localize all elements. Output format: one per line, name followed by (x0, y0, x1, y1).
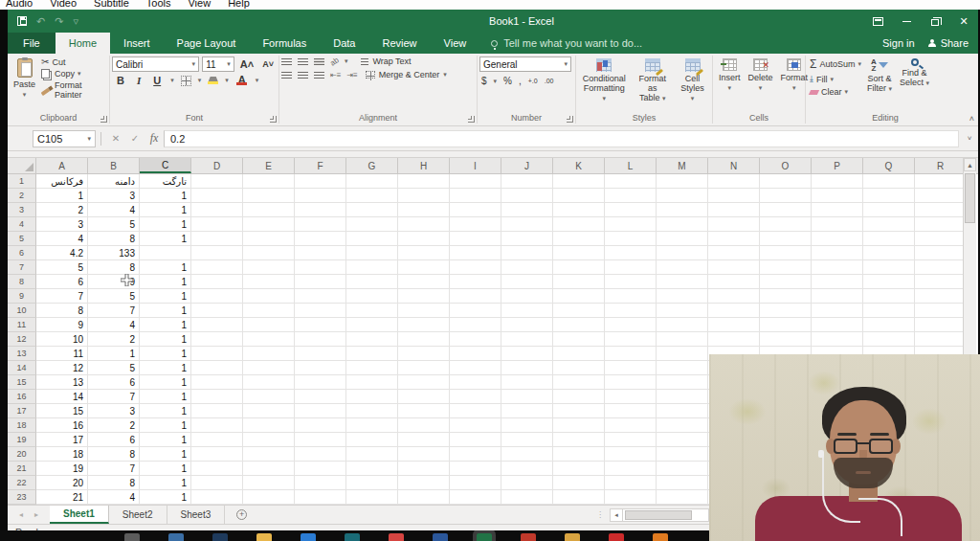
cell-H15[interactable] (398, 375, 450, 390)
row-header-16[interactable]: 16 (8, 390, 36, 404)
cell-N4[interactable] (708, 217, 760, 232)
column-header-O[interactable]: O (760, 158, 812, 173)
cell-D18[interactable] (191, 418, 243, 433)
cell-A1[interactable]: فرکانس (36, 174, 88, 189)
row-header-17[interactable]: 17 (8, 404, 36, 418)
cell-O6[interactable] (760, 246, 812, 260)
find-select-button[interactable]: Find &Select ▾ (896, 56, 933, 111)
cell-E6[interactable] (243, 246, 295, 260)
cell-I3[interactable] (450, 203, 501, 217)
cell-B6[interactable]: 133 (88, 246, 140, 260)
cell-R4[interactable] (915, 217, 967, 232)
cell-D10[interactable] (191, 304, 243, 318)
cell-G8[interactable] (346, 275, 398, 289)
delete-cells-button[interactable]: ✕ Delete ▾ (745, 56, 777, 111)
cell-H19[interactable] (398, 433, 450, 447)
cell-E19[interactable] (243, 433, 295, 447)
borders-icon[interactable] (181, 76, 191, 86)
cell-F23[interactable] (295, 490, 346, 505)
column-header-F[interactable]: F (295, 158, 346, 173)
align-left-icon[interactable] (281, 72, 292, 79)
cell-G22[interactable] (346, 476, 398, 490)
cell-B10[interactable]: 7 (88, 304, 140, 318)
cell-J8[interactable] (501, 275, 553, 289)
cell-A22[interactable]: 20 (36, 476, 88, 490)
cell-J19[interactable] (501, 433, 553, 447)
cell-F19[interactable] (295, 433, 346, 447)
cell-B4[interactable]: 5 (88, 217, 140, 232)
cell-D9[interactable] (191, 289, 243, 304)
cell-B21[interactable]: 7 (88, 462, 140, 476)
redo-icon[interactable]: ↷ (55, 15, 63, 28)
cell-H8[interactable] (398, 275, 450, 289)
cell-K18[interactable] (553, 418, 605, 433)
cell-E23[interactable] (243, 490, 295, 505)
cell-G23[interactable] (346, 490, 398, 505)
cancel-entry-icon[interactable]: ✕ (106, 133, 125, 144)
column-header-G[interactable]: G (346, 158, 398, 173)
cell-I8[interactable] (450, 275, 501, 289)
cell-A11[interactable]: 9 (36, 318, 88, 332)
cell-M2[interactable] (657, 189, 708, 203)
sign-in-button[interactable]: Sign in (882, 37, 915, 49)
column-header-Q[interactable]: Q (863, 158, 915, 173)
new-sheet-button[interactable]: + (225, 506, 258, 524)
decrease-indent-icon[interactable]: ⇤≡ (330, 71, 341, 79)
cell-A17[interactable]: 15 (36, 404, 88, 418)
cell-K21[interactable] (553, 462, 605, 476)
row-header-18[interactable]: 18 (8, 418, 36, 433)
ribbon-display-options-button[interactable] (863, 10, 892, 33)
cell-H7[interactable] (398, 260, 450, 275)
cell-C21[interactable]: 1 (140, 462, 191, 476)
cell-J10[interactable] (501, 304, 553, 318)
cell-F13[interactable] (295, 347, 346, 361)
cell-A12[interactable]: 10 (36, 332, 88, 347)
cell-R6[interactable] (915, 246, 967, 260)
cell-O2[interactable] (760, 189, 812, 203)
cell-I9[interactable] (450, 289, 501, 304)
cell-R10[interactable] (915, 304, 967, 318)
middle-align-icon[interactable] (298, 58, 308, 65)
cell-P1[interactable] (812, 174, 863, 189)
cell-H14[interactable] (398, 361, 450, 375)
cell-D13[interactable] (191, 347, 243, 361)
cell-B3[interactable]: 4 (88, 203, 140, 217)
cell-F8[interactable] (295, 275, 346, 289)
format-as-table-button[interactable]: Format asTable ▾ (631, 56, 675, 111)
cell-B17[interactable]: 3 (88, 404, 140, 418)
cell-A4[interactable]: 3 (36, 217, 88, 232)
cell-H13[interactable] (398, 347, 450, 361)
cell-C9[interactable]: 1 (140, 289, 191, 304)
cell-D14[interactable] (191, 361, 243, 375)
orientation-icon[interactable]: ab (328, 56, 340, 67)
cell-B19[interactable]: 6 (88, 433, 140, 447)
cell-B12[interactable]: 2 (88, 332, 140, 347)
font-dialog-launcher[interactable] (270, 116, 277, 123)
clear-button[interactable]: Clear▾ (808, 86, 863, 98)
cell-I7[interactable] (450, 260, 501, 275)
cell-I19[interactable] (450, 433, 501, 447)
cell-C11[interactable]: 1 (140, 318, 191, 332)
cell-L4[interactable] (605, 217, 657, 232)
cell-I1[interactable] (450, 174, 501, 189)
cell-F18[interactable] (295, 418, 346, 433)
cell-N2[interactable] (708, 189, 760, 203)
cell-Q12[interactable] (863, 332, 915, 347)
cell-L18[interactable] (605, 418, 657, 433)
ribbon-tab-review[interactable]: Review (368, 33, 430, 54)
cell-P7[interactable] (812, 260, 863, 275)
cell-O12[interactable] (760, 332, 812, 347)
cell-A13[interactable]: 11 (36, 347, 88, 361)
minimize-button[interactable] (892, 10, 921, 33)
name-box[interactable]: C105▾ (33, 130, 96, 147)
cell-L16[interactable] (605, 390, 657, 404)
cell-L10[interactable] (605, 304, 657, 318)
cell-N6[interactable] (708, 246, 760, 260)
row-header-19[interactable]: 19 (8, 433, 36, 447)
cell-B13[interactable]: 1 (88, 347, 140, 361)
cell-K22[interactable] (553, 476, 605, 490)
cell-E11[interactable] (243, 318, 295, 332)
cell-A23[interactable]: 21 (36, 490, 88, 505)
cell-D15[interactable] (191, 375, 243, 390)
cell-F20[interactable] (295, 447, 346, 462)
